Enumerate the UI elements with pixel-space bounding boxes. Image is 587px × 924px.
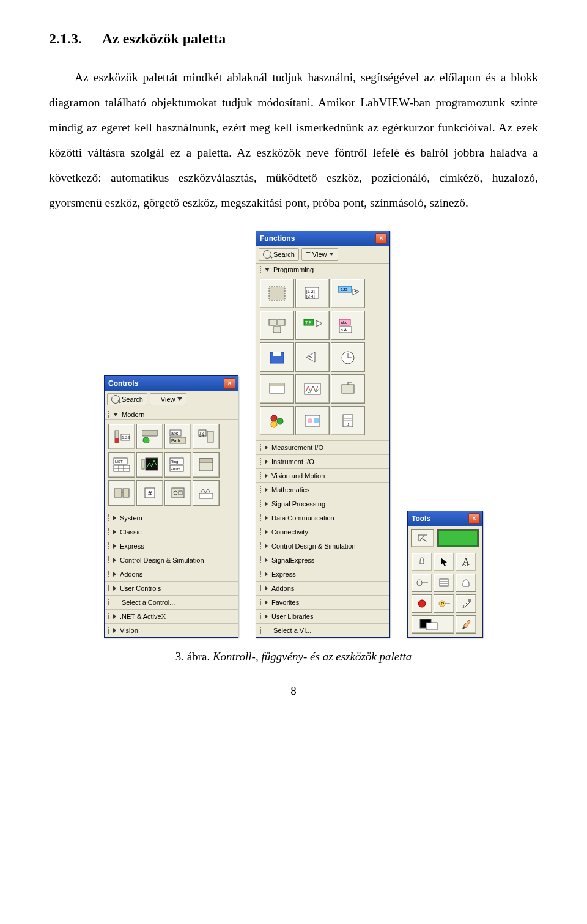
io-icon[interactable] [108, 480, 135, 506]
close-icon[interactable]: × [468, 513, 480, 524]
grip-icon[interactable] [108, 585, 109, 591]
list-item[interactable]: User Controls [105, 581, 238, 595]
grip-icon[interactable] [108, 514, 109, 521]
close-icon[interactable]: × [375, 233, 387, 244]
coloring-tool-swatches-icon[interactable] [412, 615, 454, 634]
view-button[interactable]: ☰ View [301, 248, 338, 261]
list-item[interactable]: Express [256, 567, 389, 581]
grip-icon[interactable] [260, 542, 261, 549]
list-item[interactable]: Addons [256, 581, 389, 595]
probe-tool-icon[interactable]: P [434, 594, 454, 613]
list-item[interactable]: Select a VI... [256, 623, 389, 637]
list-icon[interactable]: LIST [108, 452, 135, 478]
numeric-icon[interactable]: 1.23 [108, 424, 135, 449]
grip-icon[interactable] [260, 514, 261, 521]
tools-titlebar[interactable]: Tools × [408, 511, 482, 526]
grip-icon[interactable] [108, 542, 109, 549]
boolean-fn-icon[interactable]: T F [295, 311, 330, 340]
grip-icon[interactable] [260, 556, 261, 563]
grip-icon[interactable] [260, 472, 261, 479]
graphics-icon[interactable] [295, 406, 330, 435]
list-item[interactable]: Classic [105, 525, 238, 539]
search-button[interactable]: Search [259, 248, 299, 261]
grip-icon[interactable] [108, 556, 109, 563]
list-item[interactable]: Select a Control... [105, 595, 238, 609]
dialog-icon[interactable] [260, 374, 294, 404]
grip-icon[interactable] [260, 585, 261, 591]
numeric-fn-icon[interactable]: 123+ [331, 279, 365, 308]
boolean-icon[interactable] [136, 424, 163, 449]
list-item[interactable]: .NET & ActiveX [105, 609, 238, 623]
list-item[interactable]: User Libraries [256, 609, 389, 623]
list-item[interactable]: Control Design & Simulation [256, 539, 389, 553]
grip-icon[interactable] [108, 528, 109, 535]
ring-icon[interactable]: RingEnum [164, 452, 191, 478]
list-item[interactable]: Vision and Motion [256, 468, 389, 482]
string-icon[interactable]: abcPath [164, 424, 191, 449]
grip-icon[interactable] [260, 500, 261, 507]
coloring-tool-brush-icon[interactable] [456, 615, 476, 634]
array-fn-icon[interactable]: [1 2][3 4] [295, 279, 330, 308]
containers-icon[interactable] [193, 452, 220, 478]
controls-titlebar[interactable]: Controls × [105, 376, 238, 391]
grip-icon[interactable] [108, 627, 109, 634]
wiring-tool-icon[interactable] [412, 574, 432, 592]
decorations-icon[interactable] [193, 480, 220, 506]
search-button[interactable]: Search [107, 393, 147, 405]
functions-titlebar[interactable]: Functions × [256, 231, 389, 246]
comparison-icon[interactable]: > [295, 342, 330, 372]
timing-icon[interactable] [331, 342, 365, 372]
grip-icon[interactable] [260, 613, 261, 619]
list-item[interactable]: Signal Processing [256, 497, 389, 511]
report-icon[interactable]: ♪ [331, 406, 365, 435]
string-fn-icon[interactable]: abca A [331, 311, 365, 340]
list-item[interactable]: Mathematics [256, 482, 389, 497]
list-item[interactable]: Instrument I/O [256, 454, 389, 468]
operate-tool-icon[interactable] [412, 553, 432, 571]
list-item[interactable]: Control Design & Simulation [105, 553, 238, 567]
grip-icon[interactable] [108, 599, 109, 605]
grip-icon[interactable] [260, 571, 261, 577]
grip-icon[interactable] [260, 486, 261, 493]
label-tool-icon[interactable]: A [456, 553, 476, 571]
grip-icon[interactable] [260, 627, 261, 634]
color-copy-tool-icon[interactable] [456, 594, 476, 613]
list-item[interactable]: Express [105, 539, 238, 553]
grip-icon[interactable] [108, 613, 109, 619]
shortcut-menu-tool-icon[interactable] [434, 574, 454, 592]
appcontrol-icon[interactable] [331, 374, 365, 404]
grip-icon[interactable] [260, 599, 261, 605]
view-button[interactable]: ☰ View [150, 393, 186, 405]
scroll-tool-icon[interactable] [456, 574, 476, 592]
auto-tool-icon[interactable] [411, 529, 434, 547]
grip-icon[interactable] [260, 266, 261, 273]
array-icon[interactable]: 1 23 4 [193, 424, 220, 449]
list-item[interactable]: Data Communication [256, 511, 389, 525]
grip-icon[interactable] [108, 571, 109, 577]
list-item[interactable]: Measurement I/O [256, 440, 389, 454]
programming-category-header[interactable]: Programming [256, 264, 389, 275]
grip-icon[interactable] [260, 444, 261, 451]
breakpoint-tool-icon[interactable] [412, 594, 432, 613]
grip-icon[interactable] [260, 528, 261, 535]
grip-icon[interactable] [260, 458, 261, 465]
list-item[interactable]: SignalExpress [256, 553, 389, 567]
close-icon[interactable]: × [224, 378, 235, 389]
auto-tool-led[interactable] [437, 529, 479, 547]
structures-icon[interactable] [260, 279, 294, 308]
waveform-icon[interactable] [295, 374, 330, 404]
refnum-icon[interactable]: # [136, 480, 163, 506]
list-item[interactable]: Addons [105, 567, 238, 581]
position-tool-icon[interactable] [434, 553, 454, 571]
modern-category-header[interactable]: Modern [105, 408, 238, 420]
variant-icon[interactable] [164, 480, 191, 506]
cluster-icon[interactable] [260, 311, 294, 340]
fileio-icon[interactable] [260, 342, 294, 372]
graph-icon[interactable] [136, 452, 163, 478]
list-item[interactable]: Vision [105, 623, 238, 637]
list-item[interactable]: Favorites [256, 595, 389, 609]
sync-icon[interactable] [260, 406, 294, 435]
list-item[interactable]: System [105, 511, 238, 525]
grip-icon[interactable] [108, 411, 109, 418]
list-item[interactable]: Connectivity [256, 525, 389, 539]
